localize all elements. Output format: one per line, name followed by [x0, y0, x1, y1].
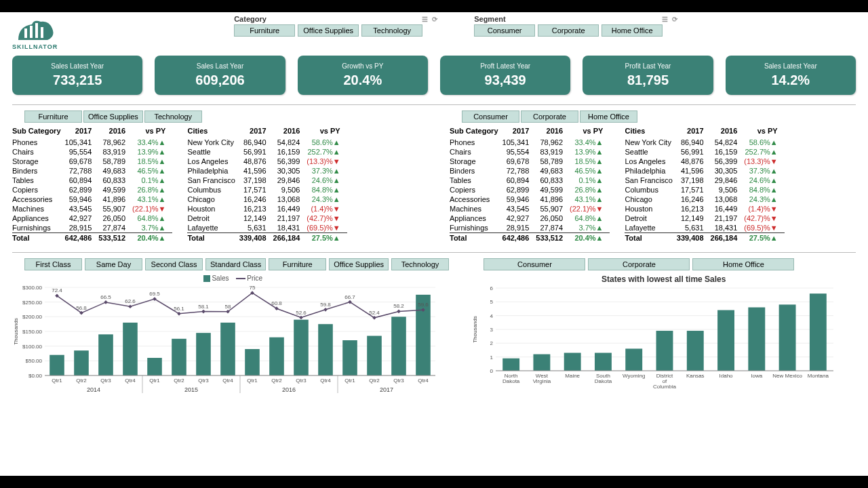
chart-tab[interactable]: Consumer: [484, 258, 585, 270]
slicer-segment-home[interactable]: Home Office: [601, 24, 663, 37]
table-row: Houston16,21316,449(1.4)%▼: [625, 204, 784, 214]
table-row: Chairs95,55483,91913.9%▲: [450, 147, 610, 157]
table-row: Accessories59,94641,89643.1%▲: [12, 195, 172, 204]
table-row: Phones105,34178,96233.4%▲: [12, 138, 172, 147]
svg-text:2014: 2014: [87, 386, 100, 393]
svg-text:Qtr2: Qtr2: [174, 378, 184, 384]
svg-rect-123: [687, 331, 704, 371]
svg-text:Qtr3: Qtr3: [393, 378, 404, 384]
slicer-category-furniture[interactable]: Furniture: [234, 24, 295, 37]
svg-text:Qtr4: Qtr4: [320, 378, 331, 384]
chart-tab[interactable]: Standard Class: [205, 258, 266, 270]
tab-home[interactable]: Home Office: [580, 110, 637, 123]
svg-text:59.6: 59.6: [418, 302, 429, 308]
table-total: Total642,486533,51220.4%▲: [12, 233, 172, 243]
svg-rect-106: [503, 359, 520, 371]
svg-text:5: 5: [490, 299, 494, 305]
kpi-card-2: Growth vs PY20.4%: [298, 56, 428, 95]
table-row: Phones105,34178,96233.4%▲: [450, 138, 610, 147]
svg-text:62.6: 62.6: [125, 299, 136, 305]
svg-text:Qtr2: Qtr2: [271, 378, 282, 384]
table-row: Furnishings28,91527,8743.7%▲: [450, 223, 610, 233]
chart-tab[interactable]: Home Office: [692, 258, 794, 270]
svg-rect-114: [595, 353, 612, 371]
svg-text:$100.00: $100.00: [22, 344, 42, 350]
svg-rect-30: [318, 325, 333, 376]
svg-rect-125: [718, 310, 735, 371]
svg-rect-21: [98, 335, 113, 376]
tab-corporate[interactable]: Corporate: [521, 110, 578, 123]
table-row: Seattle56,99116,159252.7%▲: [625, 147, 784, 157]
table-row: New York City86,94054,82458.6%▲: [187, 138, 347, 147]
svg-rect-32: [367, 336, 382, 376]
chart-tab[interactable]: Office Supplies: [329, 258, 389, 270]
svg-text:75: 75: [250, 285, 256, 291]
svg-text:$250.00: $250.00: [22, 300, 42, 306]
svg-text:Qtr2: Qtr2: [369, 378, 380, 384]
svg-text:Qtr3: Qtr3: [198, 378, 209, 384]
table-row: New York City86,94054,82458.6%▲: [625, 138, 784, 147]
table-row: Tables60,89460,8330.1%▲: [450, 176, 610, 185]
svg-rect-28: [269, 338, 284, 375]
subcategory-table: Sub Category20172016vs PY Phones105,3417…: [12, 125, 172, 243]
svg-text:Qtr1: Qtr1: [52, 378, 62, 384]
table-row: Copiers62,89949,59926.8%▲: [12, 185, 172, 195]
table-row: Los Angeles48,87656,399(13.3)%▼: [187, 157, 347, 166]
sales-price-chart: $0.00$50.00$100.00$150.00$200.00$250.00$…: [12, 283, 439, 399]
slicer-category-office[interactable]: Office Supplies: [298, 24, 359, 37]
svg-text:2016: 2016: [282, 386, 296, 393]
slicer-category-technology[interactable]: Technology: [361, 24, 422, 37]
cities-table-right: Cities20172016vs PY New York City86,9405…: [625, 125, 784, 243]
svg-text:Qtr1: Qtr1: [149, 378, 160, 384]
tab-furniture[interactable]: Furniture: [24, 110, 82, 123]
chart-tab[interactable]: Furniture: [269, 258, 326, 270]
svg-rect-131: [810, 293, 827, 371]
table-row: San Francisco37,19829,84624.6%▲: [625, 176, 784, 185]
svg-text:Wyoming: Wyoming: [623, 373, 646, 379]
svg-text:Iowa: Iowa: [751, 373, 763, 379]
svg-rect-26: [220, 323, 235, 375]
chart-tab[interactable]: Technology: [391, 258, 449, 270]
table-row: Accessories59,94641,89643.1%▲: [450, 195, 610, 204]
table-row: Binders72,78849,68346.5%▲: [12, 166, 172, 176]
svg-text:0: 0: [490, 368, 494, 374]
chart2-title: States with lowest all time Sales: [471, 274, 856, 284]
svg-rect-22: [123, 323, 138, 375]
svg-text:Maine: Maine: [566, 373, 580, 379]
chart-tab[interactable]: Second Class: [145, 258, 203, 270]
slicer-segment-corporate[interactable]: Corporate: [538, 24, 599, 37]
svg-text:1: 1: [490, 354, 494, 361]
table-row: Philadelphia41,59630,30537.3%▲: [625, 166, 784, 176]
tab-consumer[interactable]: Consumer: [462, 110, 519, 123]
svg-text:Thousands: Thousands: [472, 316, 478, 343]
svg-rect-31: [342, 340, 357, 375]
tab-office[interactable]: Office Supplies: [83, 110, 143, 123]
svg-text:$0.00: $0.00: [28, 373, 43, 379]
table-row: Detroit12,14921,197(42.7)%▼: [187, 214, 347, 223]
kpi-card-3: Proft Latest Year93,439: [440, 56, 570, 95]
chart-tab[interactable]: First Class: [24, 258, 82, 270]
svg-text:6: 6: [490, 285, 494, 291]
slicer-category-label: Category: [234, 15, 267, 23]
svg-text:Qtr1: Qtr1: [247, 378, 258, 384]
tab-technology[interactable]: Technology: [144, 110, 202, 123]
slicer-segment-consumer[interactable]: Consumer: [474, 24, 535, 37]
chart-tab[interactable]: Corporate: [588, 258, 690, 270]
table-row: San Francisco37,19829,84624.6%▲: [187, 176, 347, 185]
svg-text:2: 2: [490, 340, 494, 346]
table-row: Detroit12,14921,197(42.7)%▼: [625, 214, 784, 223]
table-row: Appliances42,92726,05064.8%▲: [12, 214, 172, 223]
svg-rect-20: [74, 351, 89, 376]
table-row: Los Angeles48,87656,399(13.3)%▼: [625, 157, 784, 166]
svg-text:Idaho: Idaho: [719, 373, 734, 379]
table-row: Tables60,89460,8330.1%▲: [12, 176, 172, 185]
svg-text:59.8: 59.8: [320, 302, 331, 308]
table-row: Machines43,54555,907(22.1)%▼: [12, 204, 172, 214]
chart-tab[interactable]: Same Day: [85, 258, 142, 270]
svg-text:58.2: 58.2: [393, 304, 404, 310]
svg-text:Qtr4: Qtr4: [125, 378, 136, 384]
svg-text:Virginia: Virginia: [533, 378, 551, 384]
svg-text:Kansas: Kansas: [686, 373, 705, 379]
svg-rect-0: [24, 28, 27, 38]
svg-text:Dakota: Dakota: [502, 378, 520, 384]
